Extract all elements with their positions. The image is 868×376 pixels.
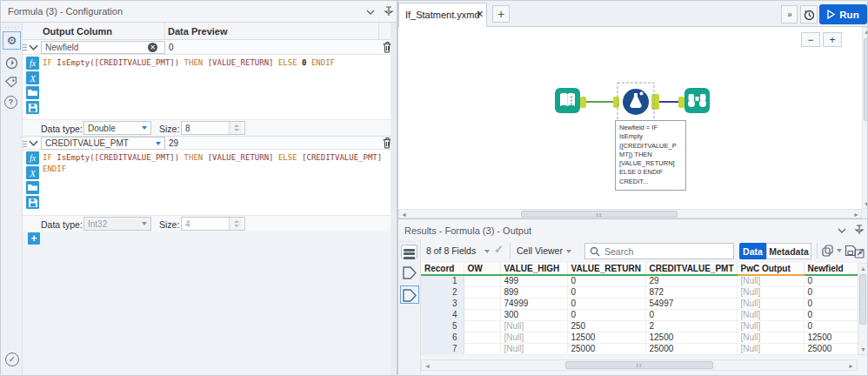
clear-icon[interactable]: ✕: [148, 43, 157, 52]
input-anchor[interactable]: [613, 97, 619, 108]
drag-handle-icon[interactable]: [23, 43, 27, 52]
cell-viewer-dropdown[interactable]: Cell Viewer: [517, 245, 563, 256]
connection-output-button[interactable]: [400, 285, 419, 304]
pin-icon[interactable]: [854, 224, 865, 236]
column-header-value_high[interactable]: VALUE_HIGH: [500, 263, 567, 275]
data-cell[interactable]: [464, 309, 500, 320]
data-cell[interactable]: [Null]: [737, 343, 804, 354]
canvas-vscrollbar[interactable]: ▲ ▼: [862, 27, 868, 209]
data-cell[interactable]: [Null]: [500, 332, 567, 343]
collapse-chevron-icon[interactable]: [366, 9, 375, 16]
help-icon[interactable]: ?: [4, 96, 17, 109]
scroll-down-icon[interactable]: ▼: [864, 201, 868, 207]
data-cell[interactable]: 872: [645, 286, 737, 298]
data-cell[interactable]: [Null]: [737, 275, 804, 286]
data-cell[interactable]: [464, 320, 500, 332]
data-cell[interactable]: [464, 275, 500, 286]
sidebar-tab-configuration[interactable]: ⚙: [3, 31, 21, 50]
data-cell[interactable]: 12500: [804, 332, 858, 343]
copy-button[interactable]: [822, 245, 834, 257]
insert-variable-button[interactable]: X: [26, 71, 39, 84]
pin-icon[interactable]: [384, 5, 394, 17]
panel-grip-dots[interactable]: ·····: [399, 238, 414, 245]
tool-annotation[interactable]: Newfield = IF IsEmpty ([CREDITVALUE_P MT…: [615, 120, 686, 191]
output-column-input[interactable]: [45, 43, 148, 52]
pop-out-icon[interactable]: [854, 249, 865, 259]
input-anchor[interactable]: [678, 97, 684, 108]
scroll-left-icon[interactable]: ◄: [424, 363, 431, 369]
run-button[interactable]: Run: [819, 4, 867, 24]
column-header-ow[interactable]: OW: [464, 263, 500, 275]
data-cell[interactable]: [Null]: [500, 343, 567, 354]
scroll-thumb[interactable]: ‖‖: [565, 361, 713, 369]
data-cell[interactable]: [Null]: [737, 320, 804, 332]
search-input[interactable]: [604, 246, 729, 257]
data-cell[interactable]: [464, 298, 500, 309]
record-number-cell[interactable]: 4: [421, 309, 464, 320]
drag-handle-icon[interactable]: [23, 139, 27, 149]
column-header-record[interactable]: Record: [421, 263, 464, 275]
table-hscrollbar[interactable]: ◄ ‖‖ ►: [421, 359, 858, 371]
results-menu-button[interactable]: [401, 245, 417, 258]
size-stepper[interactable]: [229, 122, 243, 134]
data-cell[interactable]: 0: [804, 298, 858, 309]
record-number-cell[interactable]: 5: [421, 320, 464, 332]
tool-input-data[interactable]: [555, 88, 580, 113]
new-tab-button[interactable]: +: [492, 5, 510, 23]
data-cell[interactable]: 0: [804, 275, 858, 286]
canvas-hscrollbar[interactable]: ◄ ‖‖ ►: [398, 209, 862, 218]
record-number-cell[interactable]: 7: [421, 343, 464, 354]
scroll-right-icon[interactable]: ►: [853, 212, 859, 218]
data-cell[interactable]: [Null]: [737, 332, 804, 343]
insert-variable-button[interactable]: X: [26, 166, 39, 179]
data-type-select[interactable]: Double: [83, 121, 151, 135]
data-cell[interactable]: 0: [804, 286, 858, 298]
data-cell[interactable]: 499: [500, 275, 567, 286]
data-cell[interactable]: 12500: [645, 332, 737, 343]
data-type-select[interactable]: Int32: [83, 217, 151, 231]
chevron-down-icon[interactable]: [837, 249, 842, 252]
data-cell[interactable]: 25000: [645, 343, 737, 354]
insert-function-button[interactable]: fx: [26, 151, 39, 164]
data-cell[interactable]: [Null]: [737, 298, 804, 309]
data-cell[interactable]: 0: [804, 309, 858, 320]
sidebar-tab-annotation[interactable]: [4, 76, 19, 91]
column-header-pwc-output[interactable]: PwC Output: [737, 263, 804, 275]
data-cell[interactable]: 0: [567, 286, 645, 298]
output-column-select[interactable]: CREDITVALUE_PMT: [41, 137, 165, 150]
data-cell[interactable]: 25000: [804, 343, 858, 354]
apply-check-icon[interactable]: ✓: [494, 243, 504, 256]
tab-overflow-button[interactable]: »: [781, 5, 798, 24]
column-header-value_return[interactable]: VALUE_RETURN: [567, 263, 645, 275]
scroll-up-icon[interactable]: ▲: [864, 29, 868, 35]
data-cell[interactable]: 0: [645, 309, 737, 320]
tool-browse[interactable]: [684, 88, 710, 113]
scroll-up-icon[interactable]: ▲: [860, 265, 866, 272]
metadata-tab-button[interactable]: Metadata: [766, 243, 811, 259]
tab-close-icon[interactable]: ✕: [476, 9, 484, 20]
panel-grip-dots[interactable]: ·····: [4, 24, 20, 31]
size-input[interactable]: [185, 219, 229, 229]
data-cell[interactable]: [Null]: [500, 320, 567, 332]
table-vscrollbar[interactable]: ▲ ▼: [858, 263, 868, 355]
fields-dropdown[interactable]: 8 of 8 Fields: [426, 245, 476, 256]
data-cell[interactable]: 74999: [500, 298, 567, 309]
size-stepper[interactable]: [229, 218, 243, 230]
data-cell[interactable]: [Null]: [737, 309, 804, 320]
insert-function-button[interactable]: fx: [26, 57, 39, 70]
scroll-right-icon[interactable]: ►: [848, 363, 854, 369]
data-cell[interactable]: 0: [567, 309, 645, 320]
open-expression-button[interactable]: [26, 181, 39, 194]
data-cell[interactable]: 300: [500, 309, 567, 320]
sidebar-tab-navigation[interactable]: [4, 56, 19, 70]
data-cell[interactable]: 0: [567, 298, 645, 309]
column-header-creditvalue_pmt[interactable]: CREDITVALUE_PMT: [645, 263, 737, 275]
scroll-thumb[interactable]: [864, 38, 868, 121]
data-cell[interactable]: [464, 332, 500, 343]
workflow-canvas[interactable]: − +: [398, 27, 862, 209]
record-number-cell[interactable]: 6: [421, 332, 464, 343]
scroll-thumb[interactable]: [859, 274, 866, 325]
add-expression-button[interactable]: +: [28, 232, 40, 245]
scroll-down-icon[interactable]: ▼: [860, 346, 866, 352]
chevron-down-icon[interactable]: [566, 250, 571, 253]
